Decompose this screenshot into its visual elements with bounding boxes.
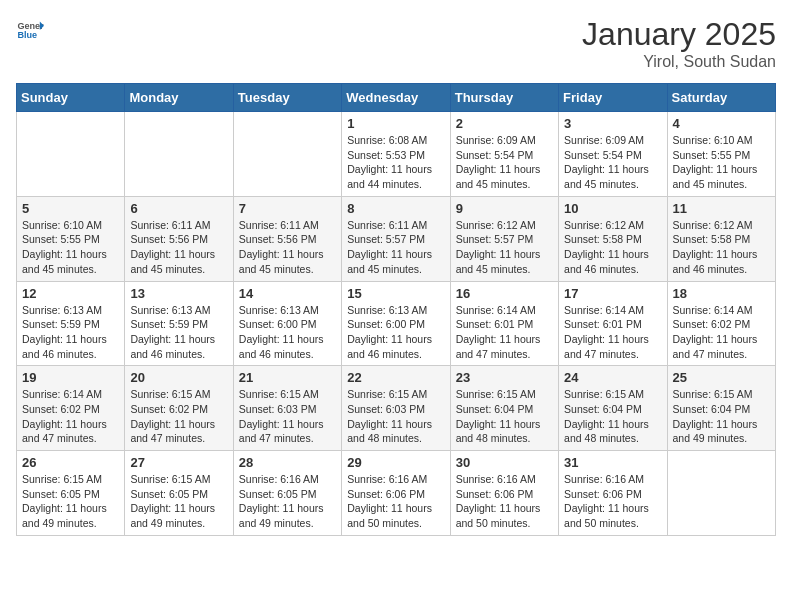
calendar-cell: 1Sunrise: 6:08 AM Sunset: 5:53 PM Daylig… (342, 112, 450, 197)
day-info: Sunrise: 6:14 AM Sunset: 6:02 PM Dayligh… (22, 387, 119, 446)
day-number: 10 (564, 201, 661, 216)
day-info: Sunrise: 6:12 AM Sunset: 5:58 PM Dayligh… (673, 218, 770, 277)
day-info: Sunrise: 6:16 AM Sunset: 6:06 PM Dayligh… (456, 472, 553, 531)
calendar-cell: 27Sunrise: 6:15 AM Sunset: 6:05 PM Dayli… (125, 451, 233, 536)
day-info: Sunrise: 6:13 AM Sunset: 6:00 PM Dayligh… (239, 303, 336, 362)
day-number: 6 (130, 201, 227, 216)
day-number: 31 (564, 455, 661, 470)
day-info: Sunrise: 6:15 AM Sunset: 6:04 PM Dayligh… (673, 387, 770, 446)
day-number: 17 (564, 286, 661, 301)
day-number: 20 (130, 370, 227, 385)
day-number: 27 (130, 455, 227, 470)
day-info: Sunrise: 6:10 AM Sunset: 5:55 PM Dayligh… (673, 133, 770, 192)
day-info: Sunrise: 6:15 AM Sunset: 6:05 PM Dayligh… (130, 472, 227, 531)
calendar-cell: 15Sunrise: 6:13 AM Sunset: 6:00 PM Dayli… (342, 281, 450, 366)
calendar-cell: 26Sunrise: 6:15 AM Sunset: 6:05 PM Dayli… (17, 451, 125, 536)
calendar-cell: 10Sunrise: 6:12 AM Sunset: 5:58 PM Dayli… (559, 196, 667, 281)
day-info: Sunrise: 6:15 AM Sunset: 6:03 PM Dayligh… (239, 387, 336, 446)
day-info: Sunrise: 6:15 AM Sunset: 6:02 PM Dayligh… (130, 387, 227, 446)
day-number: 23 (456, 370, 553, 385)
day-number: 30 (456, 455, 553, 470)
day-number: 5 (22, 201, 119, 216)
calendar-cell (125, 112, 233, 197)
logo-icon: General Blue (16, 16, 44, 44)
day-info: Sunrise: 6:16 AM Sunset: 6:06 PM Dayligh… (564, 472, 661, 531)
day-info: Sunrise: 6:08 AM Sunset: 5:53 PM Dayligh… (347, 133, 444, 192)
day-info: Sunrise: 6:11 AM Sunset: 5:56 PM Dayligh… (130, 218, 227, 277)
day-number: 21 (239, 370, 336, 385)
week-row-3: 12Sunrise: 6:13 AM Sunset: 5:59 PM Dayli… (17, 281, 776, 366)
weekday-header-tuesday: Tuesday (233, 84, 341, 112)
day-info: Sunrise: 6:14 AM Sunset: 6:02 PM Dayligh… (673, 303, 770, 362)
calendar-cell: 20Sunrise: 6:15 AM Sunset: 6:02 PM Dayli… (125, 366, 233, 451)
calendar-cell: 3Sunrise: 6:09 AM Sunset: 5:54 PM Daylig… (559, 112, 667, 197)
day-info: Sunrise: 6:12 AM Sunset: 5:58 PM Dayligh… (564, 218, 661, 277)
svg-text:Blue: Blue (17, 30, 37, 40)
calendar-cell: 16Sunrise: 6:14 AM Sunset: 6:01 PM Dayli… (450, 281, 558, 366)
calendar-cell: 17Sunrise: 6:14 AM Sunset: 6:01 PM Dayli… (559, 281, 667, 366)
calendar-cell (17, 112, 125, 197)
calendar-cell: 22Sunrise: 6:15 AM Sunset: 6:03 PM Dayli… (342, 366, 450, 451)
week-row-2: 5Sunrise: 6:10 AM Sunset: 5:55 PM Daylig… (17, 196, 776, 281)
day-number: 19 (22, 370, 119, 385)
day-info: Sunrise: 6:15 AM Sunset: 6:04 PM Dayligh… (564, 387, 661, 446)
day-number: 16 (456, 286, 553, 301)
day-info: Sunrise: 6:10 AM Sunset: 5:55 PM Dayligh… (22, 218, 119, 277)
day-number: 29 (347, 455, 444, 470)
day-info: Sunrise: 6:15 AM Sunset: 6:05 PM Dayligh… (22, 472, 119, 531)
calendar-subtitle: Yirol, South Sudan (582, 53, 776, 71)
weekday-header-saturday: Saturday (667, 84, 775, 112)
calendar-cell: 14Sunrise: 6:13 AM Sunset: 6:00 PM Dayli… (233, 281, 341, 366)
calendar-cell: 25Sunrise: 6:15 AM Sunset: 6:04 PM Dayli… (667, 366, 775, 451)
day-info: Sunrise: 6:14 AM Sunset: 6:01 PM Dayligh… (456, 303, 553, 362)
weekday-header-thursday: Thursday (450, 84, 558, 112)
calendar-cell: 13Sunrise: 6:13 AM Sunset: 5:59 PM Dayli… (125, 281, 233, 366)
day-info: Sunrise: 6:11 AM Sunset: 5:57 PM Dayligh… (347, 218, 444, 277)
day-number: 2 (456, 116, 553, 131)
day-number: 13 (130, 286, 227, 301)
day-info: Sunrise: 6:09 AM Sunset: 5:54 PM Dayligh… (564, 133, 661, 192)
calendar-cell: 30Sunrise: 6:16 AM Sunset: 6:06 PM Dayli… (450, 451, 558, 536)
day-number: 9 (456, 201, 553, 216)
week-row-4: 19Sunrise: 6:14 AM Sunset: 6:02 PM Dayli… (17, 366, 776, 451)
logo: General Blue (16, 16, 44, 44)
day-info: Sunrise: 6:15 AM Sunset: 6:03 PM Dayligh… (347, 387, 444, 446)
day-info: Sunrise: 6:12 AM Sunset: 5:57 PM Dayligh… (456, 218, 553, 277)
day-info: Sunrise: 6:13 AM Sunset: 5:59 PM Dayligh… (130, 303, 227, 362)
calendar-cell: 12Sunrise: 6:13 AM Sunset: 5:59 PM Dayli… (17, 281, 125, 366)
page-header: General Blue January 2025 Yirol, South S… (16, 16, 776, 71)
day-number: 7 (239, 201, 336, 216)
calendar-cell: 31Sunrise: 6:16 AM Sunset: 6:06 PM Dayli… (559, 451, 667, 536)
title-block: January 2025 Yirol, South Sudan (582, 16, 776, 71)
calendar-cell: 18Sunrise: 6:14 AM Sunset: 6:02 PM Dayli… (667, 281, 775, 366)
calendar-cell: 4Sunrise: 6:10 AM Sunset: 5:55 PM Daylig… (667, 112, 775, 197)
calendar-table: SundayMondayTuesdayWednesdayThursdayFrid… (16, 83, 776, 536)
day-info: Sunrise: 6:11 AM Sunset: 5:56 PM Dayligh… (239, 218, 336, 277)
calendar-cell: 19Sunrise: 6:14 AM Sunset: 6:02 PM Dayli… (17, 366, 125, 451)
day-info: Sunrise: 6:09 AM Sunset: 5:54 PM Dayligh… (456, 133, 553, 192)
calendar-cell: 11Sunrise: 6:12 AM Sunset: 5:58 PM Dayli… (667, 196, 775, 281)
day-number: 4 (673, 116, 770, 131)
day-number: 12 (22, 286, 119, 301)
day-info: Sunrise: 6:13 AM Sunset: 6:00 PM Dayligh… (347, 303, 444, 362)
calendar-cell: 7Sunrise: 6:11 AM Sunset: 5:56 PM Daylig… (233, 196, 341, 281)
weekday-header-friday: Friday (559, 84, 667, 112)
day-info: Sunrise: 6:16 AM Sunset: 6:05 PM Dayligh… (239, 472, 336, 531)
weekday-header-monday: Monday (125, 84, 233, 112)
day-number: 15 (347, 286, 444, 301)
calendar-cell: 21Sunrise: 6:15 AM Sunset: 6:03 PM Dayli… (233, 366, 341, 451)
calendar-cell: 29Sunrise: 6:16 AM Sunset: 6:06 PM Dayli… (342, 451, 450, 536)
calendar-cell: 5Sunrise: 6:10 AM Sunset: 5:55 PM Daylig… (17, 196, 125, 281)
day-info: Sunrise: 6:16 AM Sunset: 6:06 PM Dayligh… (347, 472, 444, 531)
weekday-header-row: SundayMondayTuesdayWednesdayThursdayFrid… (17, 84, 776, 112)
day-number: 26 (22, 455, 119, 470)
day-number: 24 (564, 370, 661, 385)
calendar-cell: 2Sunrise: 6:09 AM Sunset: 5:54 PM Daylig… (450, 112, 558, 197)
day-number: 14 (239, 286, 336, 301)
calendar-cell: 8Sunrise: 6:11 AM Sunset: 5:57 PM Daylig… (342, 196, 450, 281)
weekday-header-sunday: Sunday (17, 84, 125, 112)
calendar-cell: 24Sunrise: 6:15 AM Sunset: 6:04 PM Dayli… (559, 366, 667, 451)
calendar-cell (233, 112, 341, 197)
day-info: Sunrise: 6:15 AM Sunset: 6:04 PM Dayligh… (456, 387, 553, 446)
day-number: 22 (347, 370, 444, 385)
